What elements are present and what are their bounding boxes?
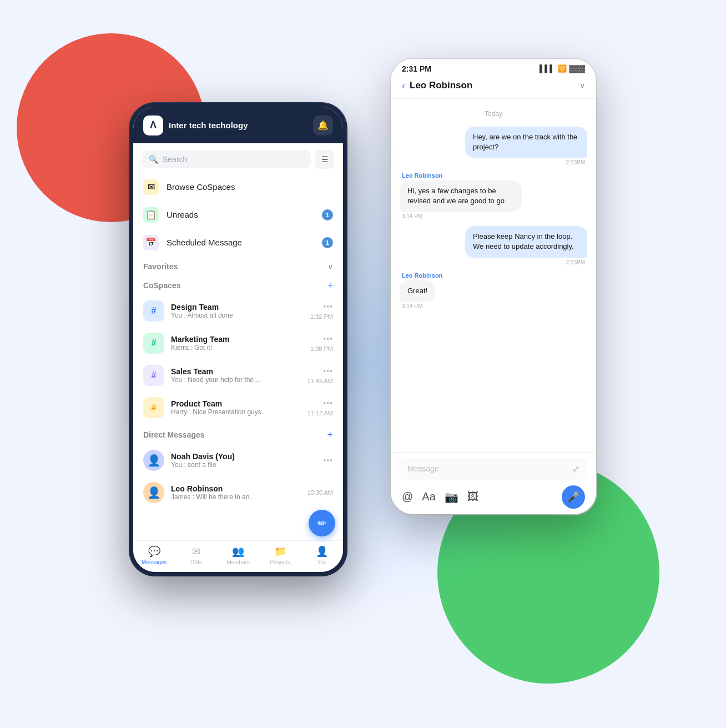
noah-meta: ••• xyxy=(323,456,333,465)
cospace-item-product-team[interactable]: # Product Team Harry : Nice Presentation… xyxy=(133,391,343,424)
app-header: Λ Inter tech techology 🔔 xyxy=(133,107,343,143)
messages-tab-icon: 💬 xyxy=(148,545,160,558)
wifi-icon: 🛜 xyxy=(558,64,567,73)
font-button[interactable]: Aa xyxy=(422,490,435,503)
tab-members[interactable]: 👥 Members xyxy=(224,545,252,565)
logo-icon: Λ xyxy=(143,116,163,135)
design-team-meta: ••• 1:32 PM xyxy=(310,302,333,320)
tab-you[interactable]: 👤 You xyxy=(308,545,336,565)
product-team-avatar: # xyxy=(143,397,164,418)
bell-button[interactable]: 🔔 xyxy=(313,116,333,135)
product-team-dots[interactable]: ••• xyxy=(323,399,333,408)
you-tab-icon: 👤 xyxy=(316,545,328,558)
tab-projects[interactable]: 📁 Projects xyxy=(266,545,294,565)
leo-preview: James : Will be there in an.. xyxy=(171,493,301,501)
mic-button[interactable]: 🎤 xyxy=(562,485,585,509)
unreads-badge: 1 xyxy=(322,209,333,220)
nav-item-scheduled[interactable]: 📅 Scheduled Message 1 xyxy=(133,229,343,257)
bubble-time-sent-1: 2:23PM xyxy=(564,159,587,165)
chevron-icon[interactable]: ∨ xyxy=(579,81,585,90)
sender-name-leo-1: Leo Robinson xyxy=(400,172,442,179)
nav-item-unreads[interactable]: 📋 Unreads 1 xyxy=(133,201,343,229)
design-team-info: Design Team You : Almost all done xyxy=(171,303,304,319)
dm-section-header: Direct Messages + xyxy=(133,424,343,444)
design-team-name: Design Team xyxy=(171,303,304,312)
message-placeholder: Message xyxy=(407,464,572,473)
dms-tab-icon: ✉ xyxy=(192,545,200,558)
chat-input-area: Message ⤢ @ Aa 📷 🖼 🎤 xyxy=(391,452,596,514)
status-bar: 2:31 PM ▌▌▌ 🛜 ▓▓▓ xyxy=(391,59,596,77)
dm-label: Direct Messages xyxy=(143,430,205,439)
message-input-row[interactable]: Message ⤢ xyxy=(400,458,587,480)
sales-team-dots[interactable]: ••• xyxy=(323,366,333,375)
favorites-toggle-icon[interactable]: ∨ xyxy=(327,262,333,271)
sales-team-avatar: # xyxy=(143,365,164,386)
noah-dots[interactable]: ••• xyxy=(323,456,333,465)
marketing-team-preview: Kierra : Got it! xyxy=(171,344,304,352)
noah-preview: You : sent a file xyxy=(171,461,316,469)
fab-compose-button[interactable]: ✏ xyxy=(309,510,335,536)
image-button[interactable]: 🖼 xyxy=(467,490,478,503)
message-received-2: Leo Robinson Great! 3:14 PM xyxy=(400,272,587,309)
filter-icon: ☰ xyxy=(321,155,329,164)
search-row: 🔍 Search ☰ xyxy=(133,143,343,173)
design-team-dots[interactable]: ••• xyxy=(323,302,333,311)
scheduled-badge: 1 xyxy=(322,237,333,248)
marketing-team-dots[interactable]: ••• xyxy=(323,334,333,343)
message-sent-1: Hey, are we on the track with the projec… xyxy=(400,127,587,165)
app-title: Inter tech techology xyxy=(169,121,248,130)
design-team-time: 1:32 PM xyxy=(310,313,333,320)
chat-header: ‹ Leo Robinson ∨ xyxy=(391,77,596,99)
cospaces-add-icon[interactable]: + xyxy=(327,280,333,292)
browse-cospaces-label: Browse CoSpaces xyxy=(167,182,333,192)
phones-wrapper: Λ Inter tech techology 🔔 🔍 Search ☰ xyxy=(113,59,613,670)
phone-right: 2:31 PM ▌▌▌ 🛜 ▓▓▓ ‹ Leo Robinson ∨ Today… xyxy=(391,59,596,514)
tab-messages[interactable]: 💬 Messages xyxy=(140,545,168,565)
bubble-time-received-2: 3:14 PM xyxy=(400,303,425,309)
noah-name: Noah Davis (You) xyxy=(171,452,316,461)
search-box[interactable]: 🔍 Search xyxy=(142,150,311,168)
signal-icon: ▌▌▌ xyxy=(540,64,555,73)
members-tab-label: Members xyxy=(226,559,250,565)
bubble-sent-1: Hey, are we on the track with the projec… xyxy=(465,127,587,158)
design-team-avatar: # xyxy=(143,300,164,322)
members-tab-icon: 👥 xyxy=(232,545,244,558)
dm-item-noah[interactable]: 👤 Noah Davis (You) You : sent a file ••• xyxy=(133,444,343,476)
product-team-time: 11:12 AM xyxy=(307,410,333,416)
cospace-item-design-team[interactable]: # Design Team You : Almost all done ••• … xyxy=(133,295,343,327)
cospace-item-marketing-team[interactable]: # Marketing Team Kierra : Got it! ••• 1:… xyxy=(133,327,343,359)
camera-button[interactable]: 📷 xyxy=(445,490,458,504)
input-toolbar: @ Aa 📷 🖼 🎤 xyxy=(400,485,587,509)
scheduled-label: Scheduled Message xyxy=(167,238,314,247)
back-button[interactable]: ‹ xyxy=(402,80,405,92)
marketing-team-name: Marketing Team xyxy=(171,335,304,344)
design-team-preview: You : Almost all done xyxy=(171,312,304,319)
favorites-section-header[interactable]: Favorites ∨ xyxy=(133,257,343,274)
compose-icon: ✏ xyxy=(317,516,327,530)
filter-button[interactable]: ☰ xyxy=(315,150,334,169)
leo-meta: 10:30 AM xyxy=(307,489,333,496)
scheduled-icon: 📅 xyxy=(143,235,159,250)
bubble-time-received-1: 3:14 PM xyxy=(400,213,425,219)
sales-team-preview: You : Need your help for the ... xyxy=(171,376,301,384)
bubble-sent-2: Please keep Nancy in the loop. We need t… xyxy=(465,226,587,257)
contact-name: Leo Robinson xyxy=(410,80,575,91)
product-team-name: Product Team xyxy=(171,399,301,408)
message-sent-2: Please keep Nancy in the loop. We need t… xyxy=(400,226,587,265)
marketing-team-info: Marketing Team Kierra : Got it! xyxy=(171,335,304,352)
battery-icon: ▓▓▓ xyxy=(569,64,585,73)
sales-team-meta: ••• 11:45 AM xyxy=(307,366,333,384)
status-time: 2:31 PM xyxy=(402,64,431,73)
chat-messages: Today Hey, are we on the track with the … xyxy=(391,99,596,452)
expand-icon[interactable]: ⤢ xyxy=(572,464,579,474)
at-button[interactable]: @ xyxy=(402,490,413,503)
tab-dms[interactable]: ✉ DMs xyxy=(182,545,210,565)
you-tab-label: You xyxy=(317,559,327,565)
sales-team-name: Sales Team xyxy=(171,367,301,376)
nav-item-browse-cospaces[interactable]: ✉ Browse CoSpaces xyxy=(133,173,343,201)
leo-avatar: 👤 xyxy=(143,482,164,503)
phone-left-body: 🔍 Search ☰ ✉ Browse CoSpaces 📋 Unreads 1 xyxy=(133,143,343,540)
cospace-item-sales-team[interactable]: # Sales Team You : Need your help for th… xyxy=(133,359,343,391)
dm-add-icon[interactable]: + xyxy=(327,429,333,441)
dm-item-leo[interactable]: 👤 Leo Robinson James : Will be there in … xyxy=(133,476,343,509)
